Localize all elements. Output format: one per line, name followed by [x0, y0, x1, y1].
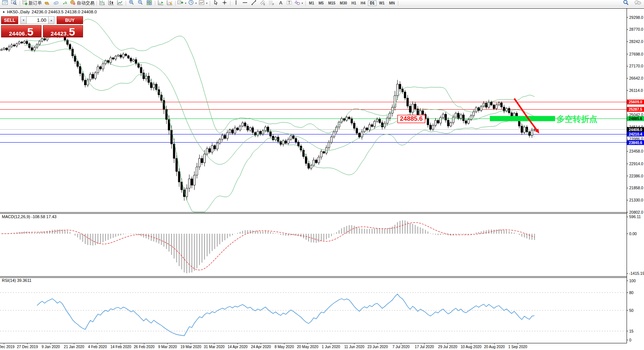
- new-order-button[interactable]: 新订单: [21, 0, 43, 6]
- price-badge-25609.0: 25609.0: [627, 100, 644, 104]
- price-flag[interactable]: 24885.6: [398, 115, 425, 123]
- zoom-out-button[interactable]: [136, 0, 145, 6]
- sell-price-button[interactable]: 24406.5: [1, 25, 42, 37]
- bars-chart-button[interactable]: [98, 0, 107, 6]
- timeframe-M30[interactable]: M30: [338, 0, 349, 6]
- buy-button[interactable]: BUY: [57, 16, 83, 24]
- timeframe-H1[interactable]: H1: [350, 0, 358, 6]
- shapes-button[interactable]: ▼: [294, 0, 304, 6]
- trendline-button[interactable]: [249, 0, 258, 6]
- volume-decrease-button[interactable]: ▼: [20, 16, 27, 24]
- one-click-trading-panel: SELL ▼ ▲ BUY 24406.5 24423.5: [1, 16, 83, 37]
- sell-price-dot: .: [25, 31, 27, 37]
- svg-text:23 Jun 2020: 23 Jun 2020: [368, 345, 388, 349]
- equidistant-channel-button[interactable]: E: [258, 0, 267, 6]
- svg-text:26 Feb 2020: 26 Feb 2020: [134, 345, 155, 349]
- macd-indicator-label: MACD(12,26,9) -108.58 17.43: [2, 214, 56, 219]
- horizontal-line-button[interactable]: [240, 0, 249, 6]
- terminal-button[interactable]: [52, 0, 60, 6]
- svg-text:21 Jan 2020: 21 Jan 2020: [64, 345, 84, 349]
- new-chart-button[interactable]: ▼: [177, 0, 187, 6]
- volume-input[interactable]: [27, 16, 48, 24]
- tile-windows-button[interactable]: [145, 0, 154, 6]
- timeframe-D1[interactable]: D1: [368, 0, 376, 6]
- toolbar-separator: [175, 1, 176, 6]
- line-chart-button[interactable]: [116, 0, 125, 6]
- toolbar-separator: [210, 1, 210, 6]
- svg-text:E: E: [263, 3, 265, 5]
- svg-text:13 Dec 2019: 13 Dec 2019: [0, 345, 15, 349]
- chevron-down-icon[interactable]: ▼: [185, 2, 187, 4]
- sell-price-big-digit: 5: [27, 27, 34, 37]
- svg-text:28242.0: 28242.0: [629, 39, 643, 44]
- collapse-panel-icon[interactable]: ▲: [2, 10, 5, 13]
- crosshair-button[interactable]: [220, 0, 229, 6]
- market-watch-button[interactable]: [43, 0, 52, 6]
- sell-button[interactable]: SELL: [1, 16, 18, 24]
- zoom-in-button[interactable]: [127, 0, 136, 6]
- svg-text:14 Apr 2020: 14 Apr 2020: [228, 345, 248, 349]
- candlesticks[interactable]: [1, 32, 536, 200]
- timeframe-M1[interactable]: M1: [307, 0, 316, 6]
- timeframe-W1[interactable]: W1: [377, 0, 386, 6]
- svg-text:29 Jul 2020: 29 Jul 2020: [438, 345, 457, 349]
- objects-list-button[interactable]: [165, 0, 174, 6]
- market-watch-icon: [44, 0, 50, 7]
- price-badge-24408.0: 24408.0: [627, 127, 644, 132]
- cursor-button[interactable]: [211, 0, 220, 6]
- toolbar-separator: [96, 1, 97, 6]
- signals-button[interactable]: [60, 0, 69, 6]
- timeframe-H4[interactable]: H4: [359, 0, 367, 6]
- svg-text:19 Mar 2020: 19 Mar 2020: [180, 345, 202, 349]
- signals-icon: [62, 0, 68, 7]
- timeframe-M5[interactable]: M5: [317, 0, 326, 6]
- price-badge-23840.6: 23840.6: [627, 140, 644, 145]
- svg-text:20802.0: 20802.0: [629, 210, 643, 214]
- tile-windows-icon: [146, 0, 152, 7]
- svg-text:0: 0: [629, 338, 631, 342]
- sell-price-main: 24406: [9, 31, 25, 37]
- volume-increase-button[interactable]: ▲: [48, 16, 54, 24]
- svg-text:21858.0: 21858.0: [629, 186, 643, 190]
- svg-text:22386.0: 22386.0: [629, 174, 643, 178]
- text-button[interactable]: A: [276, 0, 285, 6]
- svg-text:11 Jun 2020: 11 Jun 2020: [344, 345, 365, 349]
- svg-text:50: 50: [629, 308, 634, 313]
- period-button[interactable]: ▼: [187, 0, 198, 6]
- date-axis[interactable]: 13 Dec 201927 Dec 20199 Jan 202021 Jan 2…: [0, 343, 527, 349]
- chevron-down-icon[interactable]: ▼: [195, 2, 197, 4]
- indicators-window-button[interactable]: [156, 0, 165, 6]
- svg-text:80: 80: [629, 290, 634, 295]
- toolbar-separator: [20, 1, 20, 6]
- chat-button[interactable]: [633, 0, 642, 6]
- turning-point-annotation[interactable]: 多空转折点: [557, 114, 597, 124]
- timeframe-M15[interactable]: M15: [326, 0, 337, 6]
- chevron-down-icon[interactable]: ▼: [301, 2, 303, 4]
- svg-text:25609.0: 25609.0: [629, 100, 643, 104]
- turning-point-zone[interactable]: [490, 116, 555, 121]
- price-axis[interactable]: 29298.028770.028242.027698.027170.026642…: [627, 15, 644, 214]
- new-order-label: 新订单: [29, 0, 42, 6]
- svg-text:24408.0: 24408.0: [629, 128, 643, 132]
- vertical-line-button[interactable]: [232, 0, 240, 6]
- svg-text:25287.5: 25287.5: [629, 107, 643, 111]
- fibonacci-button[interactable]: F: [267, 0, 276, 6]
- ohlc-values: 24236.0 24463.5 24138.0 24408.0: [31, 10, 97, 14]
- candles-chart-button[interactable]: [107, 0, 116, 6]
- svg-text:1 Jun 2020: 1 Jun 2020: [322, 345, 340, 349]
- chart-canvas[interactable]: 24885.6多空转折点596.110.00-1415.191008050150…: [0, 0, 644, 350]
- buy-price-button[interactable]: 24423.5: [43, 25, 83, 37]
- svg-text:27 Dec 2019: 27 Dec 2019: [17, 345, 38, 349]
- svg-text:T: T: [288, 1, 291, 5]
- chevron-down-icon[interactable]: ▼: [206, 2, 208, 4]
- macd-histogram: [1, 220, 535, 274]
- search-icon: [623, 0, 629, 7]
- text-label-button[interactable]: T: [285, 0, 294, 6]
- tick-chart-button[interactable]: [10, 0, 19, 6]
- svg-text:26642.0: 26642.0: [629, 76, 643, 80]
- templates-button[interactable]: ▼: [198, 0, 209, 6]
- timeframe-MN[interactable]: MN: [387, 0, 397, 6]
- auto-trading-button[interactable]: 自动交易: [69, 0, 95, 6]
- search-button[interactable]: [621, 0, 630, 6]
- chart-window-button[interactable]: [1, 0, 10, 6]
